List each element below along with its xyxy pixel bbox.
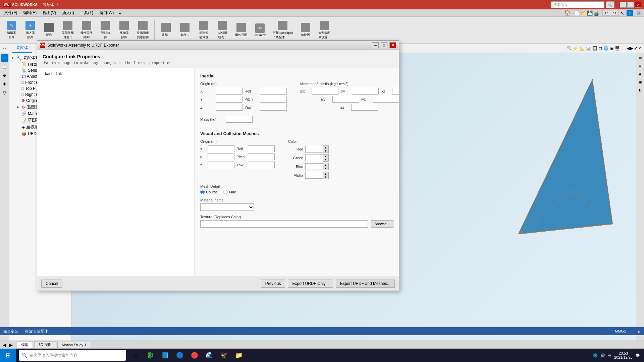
sw-search-btn[interactable]: 🔍 [606, 1, 614, 8]
izz-input[interactable] [351, 104, 378, 111]
material-select[interactable] [200, 203, 254, 211]
alpha-spin-down[interactable]: ▼ [323, 175, 328, 179]
toolbar-preview-parts[interactable]: 零部件预览窗口 [59, 19, 76, 41]
taskbar-app-1[interactable]: 🐉 [144, 349, 157, 362]
red-spin-down[interactable]: ▼ [323, 149, 328, 153]
new-doc-icon[interactable]: 📄 [574, 10, 580, 16]
panel-max-icon[interactable]: ⤢ [634, 46, 637, 51]
alpha-spin-up[interactable]: ▲ [323, 172, 328, 175]
browse-btn[interactable]: Browse... [371, 220, 393, 228]
toolbar-material[interactable]: 材料明细表 [214, 19, 231, 41]
toolbar-reference[interactable]: 参考... [176, 21, 194, 39]
green-spin-down[interactable]: ▼ [323, 158, 328, 161]
save-icon[interactable]: 💾 [587, 10, 593, 16]
dialog-maximize-btn[interactable]: □ [381, 42, 387, 48]
mesh-x-input[interactable] [208, 145, 234, 152]
toolbar-icon-6[interactable]: ◻ [599, 46, 602, 51]
toolbar-instant3d[interactable]: 3D Instant3D [251, 22, 269, 39]
blue-spin-down[interactable]: ▼ [323, 167, 328, 170]
feature-tree-icon[interactable]: ≡ [1, 54, 8, 62]
redo-btn[interactable]: ↪ [611, 10, 619, 16]
ribbon-tab-assembly[interactable]: 装配体 [12, 44, 32, 53]
red-input[interactable]: 1 [305, 146, 323, 153]
toolbar-insert-parts[interactable]: + 插入零部件 [21, 19, 39, 41]
sw-close-btn[interactable]: ✕ [635, 2, 641, 8]
config-icon[interactable]: ⚙ [1, 72, 8, 79]
filter-icon[interactable]: ▽ [1, 89, 8, 97]
alpha-input[interactable]: 1 [305, 172, 323, 179]
radio-course-input[interactable] [200, 190, 205, 194]
toolbar-icon-3[interactable]: 📐 [580, 46, 585, 51]
radio-fine[interactable]: Fine [223, 190, 236, 194]
menu-window[interactable]: 窗口(W) [97, 9, 116, 16]
toolbar-move-part[interactable]: 移动零部件 [115, 19, 133, 41]
home-icon[interactable]: 🏠 [564, 10, 571, 16]
taskbar-app-4[interactable]: 🔴 [188, 349, 201, 362]
ixz-input[interactable] [392, 88, 399, 95]
status-expand-icon[interactable]: ▲ [637, 329, 641, 333]
tab-prev-icon[interactable]: ◀ [3, 342, 6, 348]
ixx-input[interactable] [312, 88, 338, 95]
right-panel-btn-4[interactable]: ▣ [637, 78, 644, 85]
toolbar-icon-8[interactable]: ▣ [610, 46, 613, 51]
menu-tools[interactable]: 工具(T) [77, 9, 96, 16]
toolbar-show-hide[interactable]: 显示隐藏的零部件 [134, 19, 152, 41]
menu-edit[interactable]: 编辑(E) [20, 9, 39, 16]
toolbar-icon-7[interactable]: 🌐 [603, 46, 608, 51]
toolbar-icon-2[interactable]: ⚡ [573, 46, 578, 51]
mesh-yaw-input[interactable] [248, 162, 275, 168]
mass-input[interactable] [226, 116, 253, 123]
sw-minimize-btn[interactable]: ─ [620, 2, 627, 8]
toolbar-explode[interactable]: 爆炸视图 [232, 21, 250, 39]
toolbar-mate[interactable]: 配合 [40, 21, 58, 39]
open-icon[interactable]: 📂 [581, 10, 586, 16]
blue-spin-up[interactable]: ▲ [323, 163, 328, 167]
toolbar-snapshot[interactable]: 拍快照 [297, 21, 314, 39]
taskbar-app-7[interactable]: 📁 [232, 349, 246, 362]
mesh-z-input[interactable] [208, 162, 234, 168]
previous-button[interactable]: Previous [261, 280, 285, 288]
panel-collapse-icon[interactable]: ◀ [627, 46, 630, 51]
options-icon[interactable]: ⚙️ [636, 11, 641, 15]
toolbar-icon-4[interactable]: 📊 [586, 46, 591, 51]
right-panel-btn-3[interactable]: ◉ [637, 70, 644, 77]
taskbar-search-input[interactable] [29, 353, 123, 358]
cancel-button[interactable]: Cancel [41, 280, 62, 288]
undo-btn[interactable]: ↩ [602, 10, 610, 16]
dialog-tree-base-link[interactable]: – base_link [40, 71, 192, 77]
menu-insert[interactable]: 插入(I) [59, 9, 76, 16]
property-icon[interactable]: 📋 [1, 63, 8, 70]
tab-motion-study[interactable]: Motion Study 1 [57, 342, 91, 348]
taskbar-app-3[interactable]: 🔵 [173, 349, 186, 362]
dialog-close-btn[interactable]: ✕ [389, 42, 396, 48]
toolbar-update[interactable]: 更新 Speedpak子装配体 [270, 19, 296, 41]
taskbar-app-cortana[interactable]: ○ [129, 349, 142, 362]
inertial-pitch-input[interactable] [260, 96, 287, 103]
green-input[interactable]: 1 [305, 155, 323, 161]
tab-model[interactable]: 模型 [17, 341, 33, 348]
green-spin-up[interactable]: ▲ [323, 155, 328, 158]
ixy-input[interactable] [352, 88, 379, 95]
inertial-x-input[interactable] [216, 88, 243, 95]
toolbar-icon-9[interactable]: 🖥️ [615, 46, 620, 51]
print-icon[interactable]: 🖨️ [593, 10, 599, 16]
inertial-y-input[interactable] [216, 96, 243, 103]
sw-restore-btn[interactable]: □ [627, 2, 634, 8]
inertial-yaw-input[interactable] [260, 104, 287, 111]
toolbar-edit-parts[interactable]: ✏️ 编辑零部件 [3, 19, 20, 41]
right-panel-btn-5[interactable]: ◐ [637, 86, 644, 93]
tab-next-icon[interactable]: ▶ [9, 342, 13, 348]
menu-file[interactable]: 文件(F) [1, 9, 20, 16]
panel-expand-icon[interactable]: ▶ [630, 46, 633, 51]
iyz-input[interactable] [373, 96, 399, 103]
taskbar-app-5[interactable]: 🌊 [203, 349, 216, 362]
blue-input[interactable]: 1 [305, 163, 323, 170]
taskbar-start-btn[interactable]: ⊞ [0, 349, 16, 362]
export-meshes-button[interactable]: Export URDF and Meshes... [336, 280, 395, 288]
sw-search-input[interactable] [551, 1, 604, 8]
radio-fine-input[interactable] [223, 190, 227, 194]
inertial-z-input[interactable] [216, 104, 243, 111]
toolbar-large-assemble[interactable]: 大型装配体设置 [316, 19, 333, 41]
toolbar-icon-5[interactable]: 🔲 [592, 46, 597, 51]
tray-notification-icon[interactable]: 💬 [635, 353, 640, 358]
